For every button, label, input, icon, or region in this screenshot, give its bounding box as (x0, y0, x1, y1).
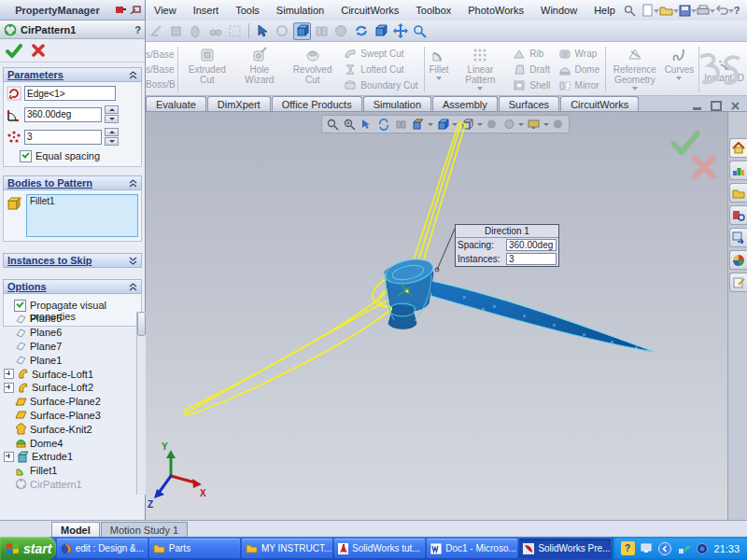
update-icon[interactable] (696, 541, 710, 555)
clock[interactable]: 21:33 (714, 543, 740, 554)
curves-button[interactable]: Curves (662, 44, 698, 95)
tab-assembly[interactable]: Assembly (432, 96, 498, 111)
revolved-cut-button[interactable]: Revolved Cut (285, 44, 340, 95)
menu-toolbox[interactable]: Toolbox (407, 2, 459, 19)
collapse-chevron-icon[interactable] (129, 283, 137, 291)
extrude-boss-icon[interactable] (167, 22, 185, 40)
tab-circuitworks[interactable]: CircuitWorks (560, 96, 639, 111)
camera-icon[interactable] (551, 117, 566, 132)
display-style-dropdown-icon[interactable] (477, 123, 483, 126)
view-orientation-dropdown-icon[interactable] (452, 123, 458, 126)
spacing-value[interactable]: 360.00deg (506, 239, 557, 251)
hide-icons-chevron[interactable] (658, 541, 672, 555)
pushpin-icon[interactable] (115, 5, 127, 15)
options-header[interactable]: Options (3, 279, 142, 294)
shell-button[interactable]: Shell (513, 78, 550, 93)
tab-office-products[interactable]: Office Products (272, 96, 362, 111)
new-icon[interactable] (641, 2, 654, 20)
tab-dimxpert[interactable]: DimXpert (207, 96, 271, 111)
file-explorer-icon[interactable] (729, 183, 747, 203)
scene-dropdown-icon[interactable] (543, 123, 549, 126)
boundary-cut-button[interactable]: Boundary Cut (344, 78, 417, 93)
search-results-icon[interactable] (729, 205, 747, 225)
ok-button[interactable] (6, 44, 22, 58)
doc-close-icon[interactable] (731, 102, 740, 110)
design-library-icon[interactable] (729, 161, 747, 180)
extruded-cut-button[interactable]: Extruded Cut (180, 44, 234, 95)
tray-display-icon[interactable] (640, 541, 654, 555)
revolve-icon[interactable] (187, 22, 204, 40)
tree-item-surface-plane2[interactable]: Surface-Plane2 (0, 395, 136, 409)
tray-help-icon[interactable]: ? (621, 541, 635, 555)
tree-item-extrude1[interactable]: Extrude1 (0, 450, 136, 464)
tree-item-plane6[interactable]: Plane6 (0, 326, 136, 340)
tree-scroll-thumb[interactable] (137, 312, 146, 336)
display-style-icon[interactable] (459, 117, 474, 132)
menu-view[interactable]: View (146, 2, 185, 19)
taskbar-item-solidworks[interactable]: SolidWorks Pre... (519, 539, 610, 558)
tree-item-cirpattern1[interactable]: CirPattern1 (0, 478, 136, 492)
start-button[interactable]: start (0, 537, 56, 560)
tree-item-surface-plane3[interactable]: Surface-Plane3 (0, 409, 136, 423)
undock-icon[interactable] (130, 6, 141, 15)
angle-spinner[interactable] (105, 105, 119, 123)
search-icon[interactable] (624, 2, 636, 20)
rotate-view-icon[interactable] (352, 22, 370, 40)
fillet-button[interactable]: Fillet (426, 44, 451, 95)
menu-insert[interactable]: Insert (185, 2, 228, 19)
tab-model[interactable]: Model (51, 522, 100, 537)
tab-surfaces[interactable]: Surfaces (499, 96, 559, 111)
instances-to-skip-header[interactable]: Instances to Skip (3, 253, 142, 268)
shaded-view-icon[interactable] (293, 22, 311, 40)
swept-cut-button[interactable]: Swept Cut (344, 47, 417, 62)
tree-item-fillet1[interactable]: Fillet1 (0, 464, 136, 478)
network-signal-icon[interactable] (677, 541, 691, 555)
tree-item-surface-knit2[interactable]: Surface-Knit2 (0, 422, 136, 436)
move-icon[interactable] (391, 22, 409, 40)
tab-simulation[interactable]: Simulation (363, 96, 431, 111)
binoculars-icon[interactable] (206, 22, 224, 40)
menu-photoworks[interactable]: PhotoWorks (459, 2, 532, 19)
count-spinner[interactable] (105, 128, 119, 146)
pattern-axis-field[interactable] (24, 86, 116, 101)
tree-item-surface-loft1[interactable]: Surface-Loft1 (0, 367, 136, 381)
menu-help[interactable]: Help (585, 2, 624, 19)
doc-minimize-icon[interactable] (693, 107, 701, 110)
sketch-icon[interactable] (148, 22, 165, 40)
pm-help-button[interactable]: ? (134, 24, 141, 35)
tree-item-plane7[interactable]: Plane7 (0, 340, 136, 354)
confirm-cancel-icon[interactable] (692, 155, 716, 179)
collapse-chevron-icon[interactable] (129, 179, 137, 188)
menu-window[interactable]: Window (532, 2, 585, 19)
dome-button[interactable]: Dome (558, 63, 600, 77)
wrap-button[interactable]: Wrap (558, 47, 600, 62)
taskbar-item-word-doc1[interactable]: Doc1 - Microso... (427, 539, 517, 558)
reference-geometry-button[interactable]: Reference Geometry (608, 44, 662, 95)
custom-properties-icon[interactable] (729, 273, 747, 292)
collapse-chevron-icon[interactable] (129, 71, 137, 79)
view-selector-icon[interactable] (359, 117, 374, 132)
home-icon[interactable] (729, 138, 747, 158)
confirm-ok-icon[interactable] (671, 131, 699, 155)
section-view-icon[interactable] (411, 117, 426, 132)
hole-wizard-button[interactable]: Hole Wizard (234, 44, 285, 95)
grayed-tool-icon[interactable] (274, 22, 291, 40)
select-box-icon[interactable] (226, 22, 244, 40)
expand-icon[interactable] (4, 452, 14, 462)
rotate-view-icon[interactable] (376, 117, 391, 132)
mirror-button[interactable]: Mirror (558, 78, 600, 93)
appearance-dropdown-icon[interactable] (518, 123, 524, 126)
parameters-header[interactable]: Parameters (3, 67, 142, 82)
menu-simulation[interactable]: Simulation (268, 2, 332, 19)
tree-item-surface-loft2[interactable]: Surface-Loft2 (0, 381, 136, 395)
graphics-viewport[interactable]: Y X Z Direction 1 Spacing: 360.00deg Ins… (146, 112, 727, 520)
tree-item-dome4[interactable]: Dome4 (0, 436, 136, 450)
tree-item-plane1[interactable]: Plane1 (0, 353, 136, 367)
expand-chevron-icon[interactable] (129, 257, 137, 265)
instance-count-field[interactable] (24, 130, 102, 145)
pan-icon[interactable] (393, 117, 408, 132)
scene-icon[interactable] (526, 117, 541, 132)
linear-pattern-button[interactable]: Linear Pattern (452, 44, 510, 95)
save-icon[interactable] (679, 2, 691, 20)
open-icon[interactable] (659, 2, 673, 20)
